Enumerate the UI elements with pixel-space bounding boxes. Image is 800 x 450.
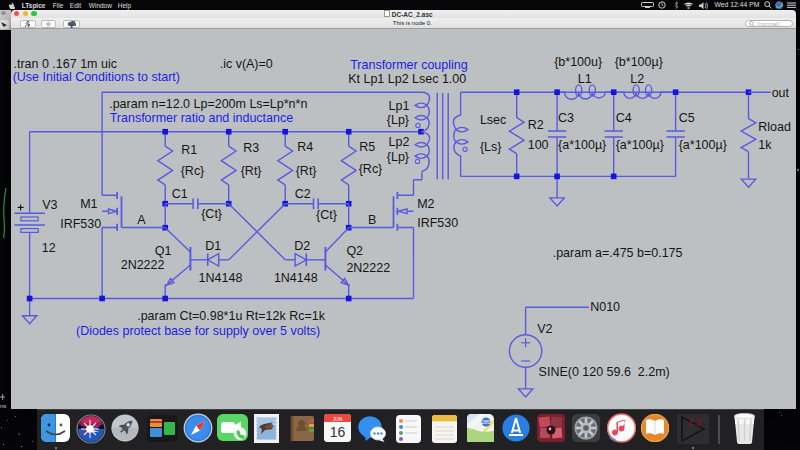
- svg-text:LT: LT: [687, 416, 703, 428]
- svg-text:JUN: JUN: [333, 416, 343, 422]
- svg-text:280: 280: [481, 419, 490, 425]
- svg-text:16: 16: [330, 424, 346, 440]
